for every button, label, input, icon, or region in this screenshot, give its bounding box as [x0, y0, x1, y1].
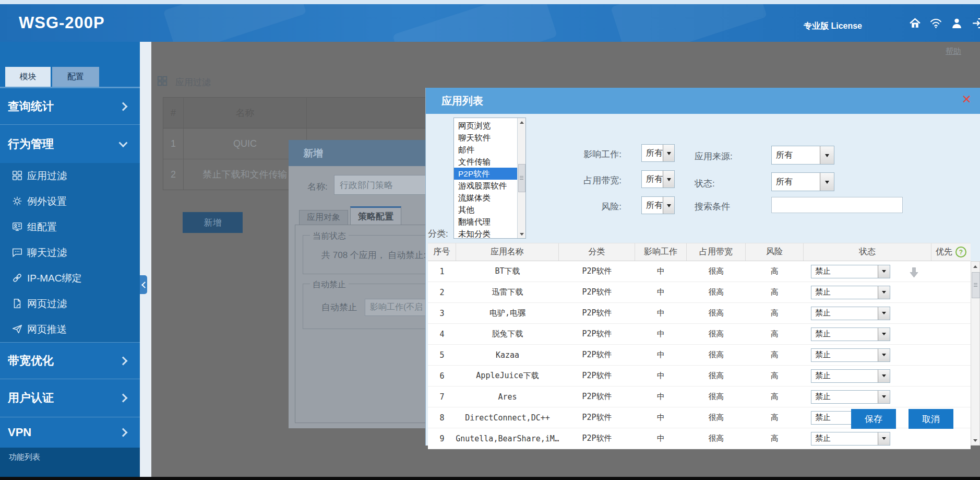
- caret-down-icon: [825, 154, 829, 159]
- save-button[interactable]: 保存: [851, 409, 896, 429]
- sidebar-item-vpn[interactable]: VPN: [0, 417, 140, 448]
- risk-filter-select[interactable]: 所有: [641, 196, 675, 214]
- user-icon[interactable]: [950, 17, 963, 30]
- home-icon[interactable]: [909, 17, 922, 30]
- table-row[interactable]: 1 BT下载 P2P软件 中 很高 高 禁止: [428, 261, 971, 282]
- source-filter-select[interactable]: 所有: [771, 146, 834, 165]
- triangle-up-icon: [520, 119, 524, 124]
- sidebar-tabs: 模块 配置: [0, 67, 140, 87]
- tab-app-objects[interactable]: 应用对象: [299, 210, 348, 225]
- list-item[interactable]: 聊天软件: [454, 132, 518, 144]
- cell-name: Gnutella,BearShare,iM…: [456, 434, 559, 443]
- sidebar-item-user-auth[interactable]: 用户认证: [0, 379, 140, 417]
- fieldset-legend: 自动禁止: [310, 279, 349, 290]
- tab-config[interactable]: 配置: [52, 67, 99, 87]
- status-select[interactable]: 禁止: [811, 307, 890, 320]
- dropdown-button[interactable]: [820, 173, 834, 191]
- priority-down-arrow-icon[interactable]: [909, 267, 919, 280]
- table-scrollbar[interactable]: [971, 261, 980, 446]
- list-item[interactable]: 邮件: [454, 144, 518, 156]
- list-item[interactable]: 网页浏览: [454, 120, 518, 132]
- impact-filter-select[interactable]: 所有: [641, 144, 675, 162]
- scroll-up-button[interactable]: [971, 262, 979, 270]
- dropdown-button[interactable]: [878, 349, 890, 361]
- cell-bandwidth: 很高: [687, 434, 746, 443]
- close-icon[interactable]: ✕: [962, 93, 972, 106]
- scroll-down-button[interactable]: [518, 231, 525, 238]
- sidebar-footer-function-list[interactable]: 功能列表: [0, 448, 140, 477]
- category-listbox[interactable]: 网页浏览 聊天软件 邮件 文件传输 P2P软件 游戏股票软件 流媒体类 其他 翻…: [453, 118, 526, 239]
- list-item[interactable]: 流媒体类: [454, 192, 518, 204]
- cancel-button[interactable]: 取消: [909, 409, 953, 429]
- dropdown-button[interactable]: [878, 391, 890, 403]
- select-value: 禁止: [811, 265, 878, 278]
- table-row[interactable]: 6 AppleJuice下载 P2P软件 中 很高 高 禁止: [428, 366, 971, 387]
- cell-risk: 高: [746, 392, 804, 402]
- sidebar-item-label: 应用过滤: [27, 169, 67, 183]
- sidebar-item-web-push[interactable]: 网页推送: [0, 317, 140, 342]
- sidebar-item-bandwidth[interactable]: 带宽优化: [0, 342, 140, 379]
- scrollbar-thumb[interactable]: [518, 164, 525, 192]
- status-filter-select[interactable]: 所有: [771, 172, 834, 191]
- cell-impact: 中: [635, 287, 687, 297]
- help-icon[interactable]: ?: [955, 247, 966, 257]
- dropdown-button[interactable]: [878, 328, 890, 341]
- dropdown-button[interactable]: [663, 171, 674, 188]
- bandwidth-filter-select[interactable]: 所有: [641, 170, 675, 188]
- table-row[interactable]: 7 Ares P2P软件 中 很高 高 禁止: [428, 387, 971, 407]
- add-policy-button[interactable]: 新增: [183, 212, 243, 233]
- dropdown-button[interactable]: [663, 145, 674, 161]
- tab-modules[interactable]: 模块: [5, 67, 51, 87]
- dropdown-button[interactable]: [878, 286, 890, 299]
- search-input[interactable]: [771, 197, 903, 213]
- column-header-category: 分类: [559, 243, 635, 261]
- dropdown-button[interactable]: [820, 146, 834, 164]
- list-item[interactable]: 未知分类: [454, 228, 518, 239]
- sidebar-collapse-handle[interactable]: [140, 275, 147, 294]
- dropdown-button[interactable]: [878, 370, 890, 382]
- status-select[interactable]: 禁止: [811, 432, 890, 446]
- status-select[interactable]: 禁止: [811, 265, 890, 278]
- list-item[interactable]: 其他: [454, 204, 518, 216]
- cell-bandwidth: 很高: [687, 371, 746, 381]
- status-select[interactable]: 禁止: [811, 369, 890, 383]
- dropdown-button[interactable]: [878, 265, 890, 278]
- thumb-grip: [520, 178, 523, 178]
- sidebar-item-group-config[interactable]: 组配置: [0, 214, 140, 240]
- sidebar-item-app-filter[interactable]: 应用过滤: [0, 163, 140, 189]
- scrollbar-thumb[interactable]: [972, 272, 980, 298]
- sidebar-item-web-filter[interactable]: 网页过滤: [0, 291, 140, 317]
- table-row[interactable]: 9 Gnutella,BearShare,iM… P2P软件 中 很高 高 禁止: [428, 428, 971, 449]
- table-row[interactable]: 4 脱兔下载 P2P软件 中 很高 高 禁止: [428, 324, 971, 345]
- sidebar-item-exceptions[interactable]: 例外设置: [0, 189, 140, 214]
- sidebar-item-behavior-mgmt[interactable]: 行为管理: [0, 124, 140, 163]
- select-value: 所有: [642, 197, 663, 214]
- list-item[interactable]: 文件传输: [454, 156, 518, 168]
- tab-policy-config[interactable]: 策略配置: [350, 206, 401, 225]
- logout-icon[interactable]: [971, 17, 980, 30]
- help-link[interactable]: 帮助: [946, 46, 961, 56]
- dropdown-button[interactable]: [878, 432, 890, 445]
- dropdown-button[interactable]: [663, 197, 674, 214]
- list-item-selected[interactable]: P2P软件: [454, 168, 518, 180]
- caret-down-icon: [825, 181, 829, 186]
- cell-bandwidth: 很高: [687, 350, 746, 360]
- status-select[interactable]: 禁止: [811, 348, 890, 362]
- cell-bandwidth: 很高: [687, 392, 746, 402]
- wifi-icon[interactable]: [929, 17, 942, 30]
- sidebar-item-query-stats[interactable]: 查询统计: [0, 88, 140, 124]
- listbox-scrollbar[interactable]: [517, 118, 525, 238]
- list-item[interactable]: 翻墙代理: [454, 216, 518, 228]
- table-row[interactable]: 2 迅雷下载 P2P软件 中 很高 高 禁止: [428, 282, 971, 303]
- dropdown-button[interactable]: [878, 307, 890, 320]
- scroll-up-button[interactable]: [518, 118, 525, 125]
- sidebar-item-ip-mac-binding[interactable]: IP-MAC绑定: [0, 265, 140, 291]
- status-select[interactable]: 禁止: [811, 327, 890, 341]
- table-row[interactable]: 3 电驴,电骡 P2P软件 中 很高 高 禁止: [428, 303, 971, 324]
- list-item[interactable]: 游戏股票软件: [454, 180, 518, 192]
- status-select[interactable]: 禁止: [811, 390, 890, 404]
- scroll-down-button[interactable]: [971, 437, 979, 445]
- status-select[interactable]: 禁止: [811, 286, 890, 299]
- sidebar-item-chat-filter[interactable]: 聊天过滤: [0, 240, 140, 265]
- table-row[interactable]: 5 Kazaa P2P软件 中 很高 高 禁止: [428, 345, 971, 366]
